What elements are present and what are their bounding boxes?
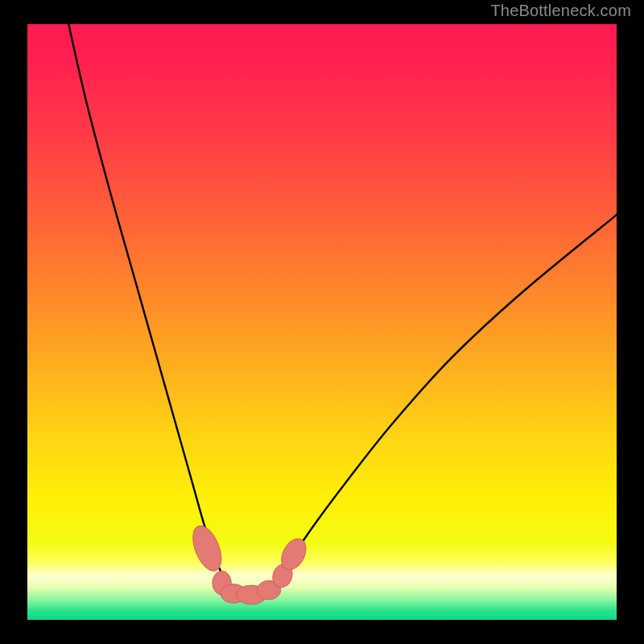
gradient-background xyxy=(27,24,617,620)
chart-frame: TheBottleneck.com xyxy=(0,0,644,644)
watermark-text: TheBottleneck.com xyxy=(490,2,631,20)
chart-plot-area xyxy=(27,24,617,620)
